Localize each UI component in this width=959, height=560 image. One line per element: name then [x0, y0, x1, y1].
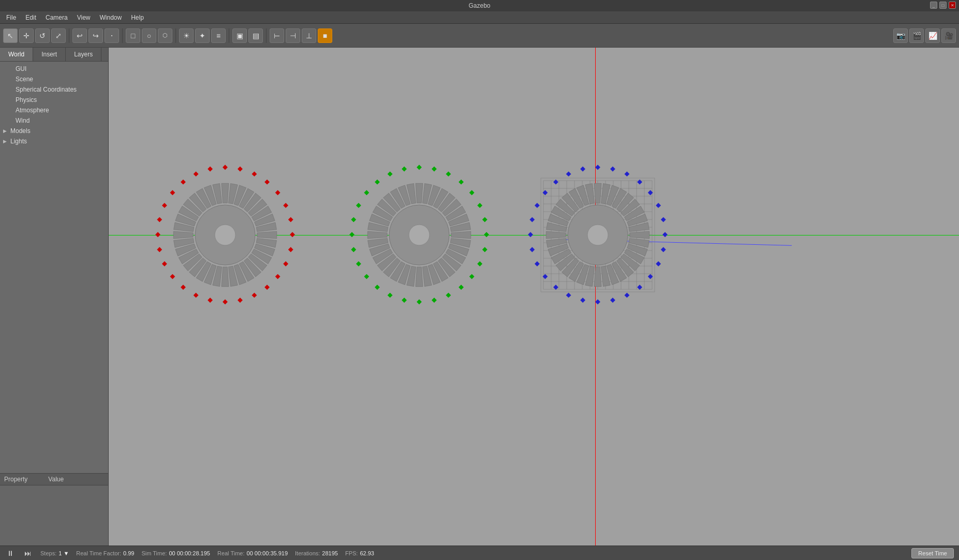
svg-rect-188 [402, 298, 407, 303]
tab-insert[interactable]: Insert [33, 48, 66, 61]
e-tool[interactable]: ⊥ [302, 28, 316, 43]
svg-rect-201 [595, 165, 600, 170]
title-bar: Gazebo _ □ ✕ [0, 0, 959, 11]
reset-time-button[interactable]: Reset Time [911, 548, 954, 558]
svg-rect-171 [194, 171, 199, 176]
svg-rect-167 [157, 217, 162, 222]
steps-display: Steps: 1 ▼ [40, 550, 69, 556]
menu-file[interactable]: File [2, 13, 20, 22]
viewport[interactable] [109, 48, 959, 546]
tree-arrow-lights: ▶ [3, 139, 8, 144]
undo-tool[interactable]: ↩ [72, 28, 87, 43]
svg-rect-176 [459, 180, 464, 185]
camera-snapshot-tool[interactable]: 📷 [893, 28, 908, 43]
svg-rect-192 [356, 261, 361, 267]
record-tool[interactable]: 🎬 [909, 28, 924, 43]
svg-marker-134 [594, 183, 601, 203]
svg-rect-185 [446, 292, 451, 298]
svg-rect-148 [264, 180, 270, 185]
a-tool[interactable]: ▣ [232, 28, 247, 43]
tree-scene[interactable]: Scene [0, 74, 108, 84]
menu-edit[interactable]: Edit [21, 13, 40, 22]
tree-physics[interactable]: Physics [0, 95, 108, 105]
svg-rect-206 [656, 203, 661, 208]
select-tool[interactable]: ↖ [3, 28, 18, 43]
svg-rect-160 [208, 298, 213, 303]
svg-rect-173 [417, 165, 422, 170]
svg-rect-220 [535, 261, 540, 267]
svg-rect-163 [170, 274, 175, 279]
rtf-display: Real Time Factor: 0.99 [76, 550, 134, 556]
tree-atmosphere[interactable]: Atmosphere [0, 105, 108, 115]
svg-rect-182 [477, 261, 482, 267]
b-tool[interactable]: ▤ [248, 28, 263, 43]
svg-marker-27 [222, 183, 229, 203]
svg-rect-165 [157, 247, 162, 252]
c-tool[interactable]: ⊢ [270, 28, 284, 43]
svg-marker-47 [416, 267, 423, 287]
minimize-button[interactable]: _ [930, 2, 937, 9]
tree-models[interactable]: ▶ Models [0, 126, 108, 136]
menu-help[interactable]: Help [127, 13, 148, 22]
svg-rect-209 [661, 247, 666, 252]
maximize-button[interactable]: □ [939, 2, 947, 9]
toolbar: ↖ ✛ ↺ ⤢ ↩ ↪ · □ ○ ⬡ ☀ ✦ ≡ ▣ ▤ ⊢ ⊣ ⊥ ■ 📷 … [0, 24, 959, 48]
light-tool[interactable]: ✦ [195, 28, 210, 43]
sep2 [122, 28, 123, 43]
menu-window[interactable]: Window [96, 13, 126, 22]
redo-tool[interactable]: ↪ [88, 28, 103, 43]
graph-tool[interactable]: 📈 [925, 28, 940, 43]
step-button[interactable]: ⏭ [23, 548, 33, 558]
tab-layers[interactable]: Layers [66, 48, 101, 61]
simtime-label: Sim Time: [142, 550, 167, 556]
realtime-display: Real Time: 00 00:00:35.919 [217, 550, 288, 556]
extra-tool[interactable]: · [105, 28, 119, 43]
highlight-tool[interactable]: ■ [318, 28, 332, 43]
d-tool[interactable]: ⊣ [286, 28, 300, 43]
wire-tool[interactable]: ≡ [211, 28, 226, 43]
svg-rect-169 [170, 190, 175, 195]
video-tool[interactable]: 🎥 [941, 28, 956, 43]
sun-tool[interactable]: ☀ [179, 28, 194, 43]
scene-container [109, 48, 959, 546]
svg-rect-157 [252, 292, 257, 298]
fps-display: FPS: 62.93 [345, 550, 374, 556]
left-panel: World Insert Layers GUI Scene Spherical … [0, 48, 109, 546]
panel-tabs: World Insert Layers [0, 48, 108, 62]
svg-rect-228 [580, 167, 585, 172]
svg-rect-214 [610, 298, 615, 303]
svg-rect-227 [566, 171, 571, 176]
svg-rect-147 [252, 171, 257, 176]
svg-rect-200 [402, 167, 407, 172]
tree-lights[interactable]: ▶ Lights [0, 136, 108, 146]
pause-button[interactable]: ⏸ [5, 548, 16, 558]
svg-rect-178 [477, 203, 482, 208]
rotate-tool[interactable]: ↺ [35, 28, 50, 43]
svg-rect-208 [662, 232, 668, 237]
scale-tool[interactable]: ⤢ [51, 28, 66, 43]
svg-rect-189 [388, 292, 393, 298]
svg-rect-198 [375, 180, 380, 185]
menu-view[interactable]: View [73, 13, 95, 22]
svg-rect-151 [288, 217, 293, 222]
svg-rect-191 [364, 274, 369, 279]
sphere-tool[interactable]: ○ [142, 28, 156, 43]
box-tool[interactable]: □ [126, 28, 140, 43]
svg-marker-65 [416, 183, 423, 203]
tree-gui[interactable]: GUI [0, 64, 108, 74]
tree-spherical-coords[interactable]: Spherical Coordinates [0, 84, 108, 95]
steps-value: 1 ▼ [58, 550, 69, 556]
svg-rect-184 [459, 285, 464, 290]
translate-tool[interactable]: ✛ [19, 28, 34, 43]
iterations-display: Iterations: 28195 [295, 550, 338, 556]
svg-rect-152 [290, 232, 295, 237]
cylinder-tool[interactable]: ⬡ [158, 28, 172, 43]
tab-world[interactable]: World [0, 48, 33, 61]
close-button[interactable]: ✕ [949, 2, 956, 9]
svg-rect-217 [566, 292, 571, 298]
scene-svg [109, 48, 959, 546]
svg-marker-9 [222, 267, 229, 287]
svg-rect-161 [194, 292, 199, 298]
tree-wind[interactable]: Wind [0, 115, 108, 126]
menu-camera[interactable]: Camera [41, 13, 72, 22]
